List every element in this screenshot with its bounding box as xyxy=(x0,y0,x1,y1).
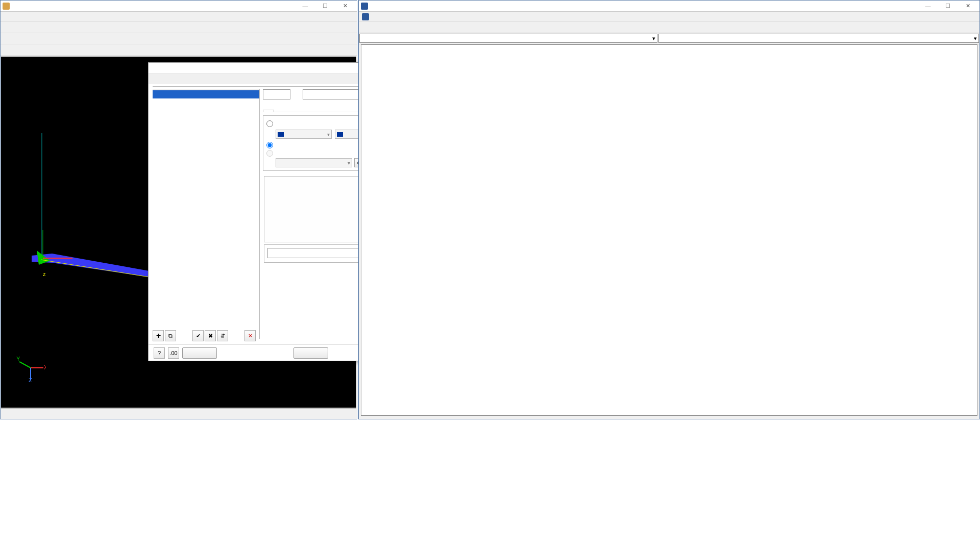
svg-marker-1 xyxy=(32,254,149,277)
details-button[interactable] xyxy=(182,347,217,359)
standard-combo xyxy=(276,130,332,139)
vba-maximize-button[interactable]: ☐ xyxy=(938,1,958,11)
radio-standard[interactable] xyxy=(266,120,276,127)
vba-object-combo[interactable] xyxy=(359,34,657,43)
units-button[interactable]: .00 xyxy=(168,347,179,359)
svg-text:z: z xyxy=(43,271,46,277)
list-copy-button[interactable]: ⧉ xyxy=(165,330,176,341)
axis-gizmo-icon: X Y Z xyxy=(15,353,46,383)
check-button[interactable] xyxy=(293,347,328,359)
list-new-button[interactable]: ✚ xyxy=(153,330,164,341)
rfem-titlebar: — ☐ ✕ xyxy=(1,1,357,12)
vba-doc-icon xyxy=(362,13,369,20)
accel-combo xyxy=(276,158,352,167)
rfem-statusbar xyxy=(1,408,356,418)
rfem-menubar xyxy=(1,12,357,22)
svg-text:Z: Z xyxy=(29,377,32,383)
rfem-app-icon xyxy=(3,3,10,10)
vba-toolbar xyxy=(359,22,979,33)
close-button[interactable]: ✕ xyxy=(335,1,355,11)
vba-menubar xyxy=(359,12,979,22)
help-button[interactable]: ? xyxy=(154,347,165,359)
list-sort-button[interactable]: ⇵ xyxy=(217,330,228,341)
rsno-input[interactable] xyxy=(263,89,290,99)
vba-close-button[interactable]: ✕ xyxy=(958,1,977,11)
rs-list-row[interactable] xyxy=(153,90,259,98)
list-check-button[interactable]: ✔ xyxy=(192,330,204,341)
svg-line-8 xyxy=(19,362,31,368)
rfem-toolbar-3 xyxy=(1,44,357,56)
vba-object-proc-bar xyxy=(359,33,979,44)
minimize-button[interactable]: — xyxy=(296,1,315,11)
maximize-button[interactable]: ☐ xyxy=(315,1,335,11)
subtab-general[interactable] xyxy=(263,110,274,112)
svg-text:Y: Y xyxy=(16,356,20,362)
svg-text:X: X xyxy=(44,364,46,370)
vba-app-icon xyxy=(361,3,368,10)
list-cross-button[interactable]: ✖ xyxy=(205,330,216,341)
list-delete-button[interactable]: ✕ xyxy=(244,330,256,341)
vba-minimize-button[interactable]: — xyxy=(918,1,938,11)
vba-procedure-combo[interactable] xyxy=(658,34,979,43)
vba-code-editor[interactable] xyxy=(361,44,977,416)
rfem-toolbar-2 xyxy=(1,33,357,44)
vba-window: — ☐ ✕ xyxy=(358,0,980,419)
rfem-toolbar-1 xyxy=(1,22,357,33)
